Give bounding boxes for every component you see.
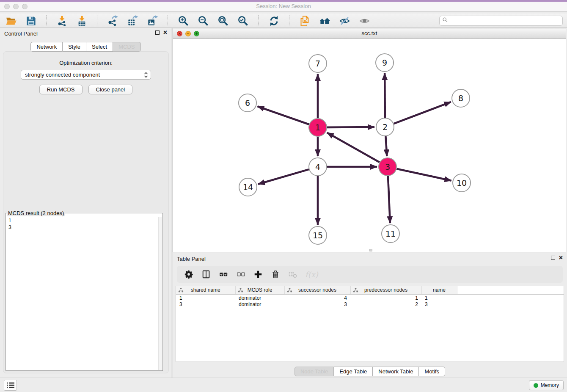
select-all-checkboxes-icon[interactable] xyxy=(218,269,228,279)
attribute-tree-icon xyxy=(287,287,292,294)
zoom-out-icon[interactable] xyxy=(197,15,209,27)
tab-motifs[interactable]: Motifs xyxy=(419,367,445,376)
table-cell[interactable]: 1 xyxy=(350,294,421,301)
mcds-result-item[interactable]: 3 xyxy=(6,224,158,231)
tab-network[interactable]: Network xyxy=(30,42,63,52)
mcds-result-list[interactable]: 13 xyxy=(6,217,158,370)
table-cell[interactable]: dominator xyxy=(235,294,284,301)
float-table-panel-icon[interactable] xyxy=(551,256,555,260)
gear-icon[interactable] xyxy=(184,269,194,279)
node-7[interactable]: 7 xyxy=(309,55,327,72)
mcds-result-item[interactable]: 1 xyxy=(6,217,158,224)
table-cell-filler xyxy=(457,294,564,301)
delete-column-icon[interactable] xyxy=(270,269,281,279)
delete-table-icon[interactable] xyxy=(288,269,298,279)
table-cell[interactable]: 4 xyxy=(284,294,350,301)
node-3[interactable]: 3 xyxy=(379,158,396,176)
toolbar-separator xyxy=(168,15,168,26)
edge-2-3[interactable] xyxy=(385,136,387,156)
export-table-icon[interactable] xyxy=(127,15,138,27)
table-row[interactable]: 3dominator323 xyxy=(176,301,564,308)
add-column-icon[interactable] xyxy=(253,269,263,279)
refresh-icon[interactable] xyxy=(268,15,280,27)
node-2[interactable]: 2 xyxy=(376,118,394,136)
edge-3-10[interactable] xyxy=(396,169,451,181)
svg-text:3: 3 xyxy=(385,162,390,171)
network-resize-handle[interactable] xyxy=(369,249,372,251)
network-canvas-svg[interactable]: 7968124314101511 xyxy=(173,39,566,251)
criterion-dropdown[interactable]: strongly connected component xyxy=(21,70,151,80)
export-image-icon[interactable] xyxy=(146,15,158,27)
table-cell[interactable]: dominator xyxy=(235,301,284,308)
edge-2-9[interactable] xyxy=(385,73,385,118)
table-cell[interactable]: 3 xyxy=(284,301,350,308)
node-4[interactable]: 4 xyxy=(309,158,327,176)
node-11[interactable]: 11 xyxy=(382,225,399,243)
edge-1-2[interactable] xyxy=(327,127,374,127)
edge-3-11[interactable] xyxy=(388,176,390,223)
node-6[interactable]: 6 xyxy=(239,94,256,112)
function-builder-icon[interactable]: f(x) xyxy=(305,269,318,279)
table-cell[interactable]: 1 xyxy=(176,294,235,301)
edge-2-8[interactable] xyxy=(394,102,451,124)
column-header-predecessor-nodes[interactable]: predecessor nodes xyxy=(350,286,421,294)
column-view-icon[interactable] xyxy=(201,269,211,279)
column-header-MCDS-role[interactable]: MCDS role xyxy=(235,286,284,294)
zoom-selected-icon[interactable] xyxy=(237,15,249,27)
open-session-icon[interactable] xyxy=(5,15,17,27)
titlebar[interactable]: Session: New Session xyxy=(0,2,567,12)
node-9[interactable]: 9 xyxy=(376,54,394,72)
attribute-tree-icon xyxy=(178,287,184,294)
export-network-icon[interactable] xyxy=(107,15,118,27)
status-bar: Memory xyxy=(0,378,567,392)
toolbar-separator xyxy=(258,15,259,26)
clone-network-icon[interactable] xyxy=(299,15,311,27)
zoom-in-icon[interactable] xyxy=(177,15,189,27)
zoom-fit-icon[interactable] xyxy=(217,15,229,27)
tab-node-table[interactable]: Node Table xyxy=(295,367,334,376)
tab-style[interactable]: Style xyxy=(63,42,86,52)
table-panel-tabs: Node TableEdge TableNetwork TableMotifs xyxy=(173,367,567,376)
show-all-icon[interactable] xyxy=(358,15,370,27)
table-cell[interactable]: 2 xyxy=(350,301,421,308)
run-mcds-button[interactable]: Run MCDS xyxy=(39,85,83,94)
mcds-result-box: MCDS result (2 nodes) 13 xyxy=(6,210,163,371)
home-view-icon[interactable] xyxy=(319,15,330,27)
edge-4-14[interactable] xyxy=(258,169,309,184)
column-header-successor-nodes[interactable]: successor nodes xyxy=(284,286,350,294)
column-header-shared-name[interactable]: shared name xyxy=(176,286,235,294)
tab-edge-table[interactable]: Edge Table xyxy=(334,367,373,376)
tab-network-table[interactable]: Network Table xyxy=(373,367,419,376)
result-scrollbar[interactable] xyxy=(158,217,162,370)
search-box[interactable] xyxy=(439,16,563,26)
node-8[interactable]: 8 xyxy=(452,89,470,107)
search-input[interactable] xyxy=(450,18,560,24)
node-10[interactable]: 10 xyxy=(453,174,471,192)
task-history-button[interactable] xyxy=(4,380,17,391)
close-table-panel-icon[interactable]: × xyxy=(559,256,563,260)
control-panel-tabs: NetworkStyleSelectMCDS xyxy=(0,42,171,52)
float-panel-icon[interactable] xyxy=(155,30,160,35)
network-window-titlebar[interactable]: × − + scc.txt xyxy=(173,28,566,39)
close-panel-button[interactable]: Close panel xyxy=(88,85,133,94)
table-cell[interactable]: 1 xyxy=(421,294,457,301)
memory-button[interactable]: Memory xyxy=(529,380,564,390)
tab-mcds[interactable]: MCDS xyxy=(113,42,140,52)
import-table-icon[interactable] xyxy=(76,15,88,27)
table-cell[interactable]: 3 xyxy=(421,301,457,308)
node-15[interactable]: 15 xyxy=(309,226,327,244)
edge-1-6[interactable] xyxy=(258,106,309,124)
table-row[interactable]: 1dominator411 xyxy=(176,294,564,301)
deselect-all-checkboxes-icon[interactable] xyxy=(236,269,246,279)
tab-select[interactable]: Select xyxy=(86,42,113,52)
table-header-row: shared nameMCDS rolesuccessor nodesprede… xyxy=(176,286,564,294)
close-panel-icon[interactable]: × xyxy=(163,30,167,35)
hide-selected-icon[interactable] xyxy=(339,15,350,27)
node-1[interactable]: 1 xyxy=(309,119,327,136)
import-network-icon[interactable] xyxy=(56,15,68,27)
column-header-name[interactable]: name xyxy=(421,286,457,294)
save-session-icon[interactable] xyxy=(25,15,37,27)
node-14[interactable]: 14 xyxy=(239,178,257,196)
table-cell[interactable]: 3 xyxy=(176,301,235,308)
edge-3-1[interactable] xyxy=(327,133,380,162)
